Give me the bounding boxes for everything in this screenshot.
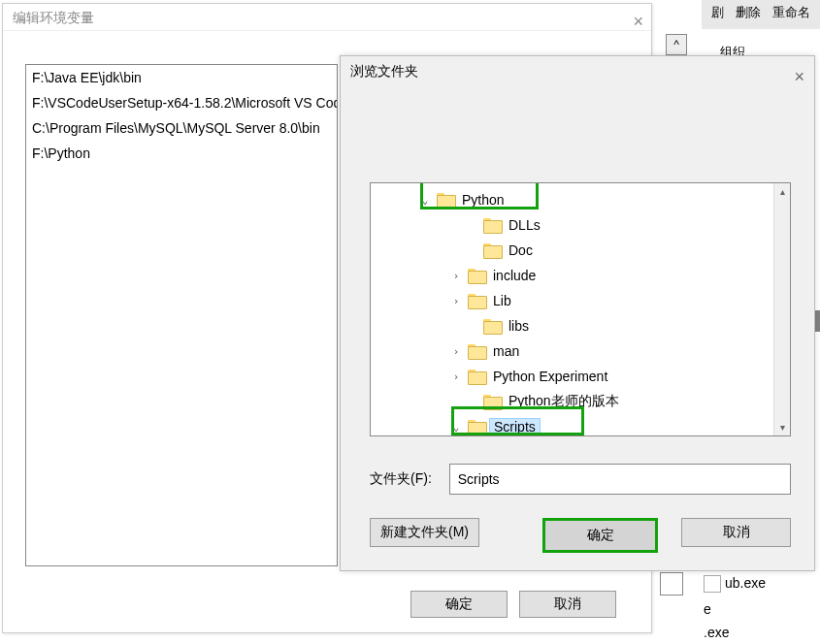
bg-toolbar-item[interactable]: 删除 [736, 4, 761, 25]
list-item[interactable]: F:\Java EE\jdk\bin [26, 65, 337, 90]
env-button-row: 确定 取消 [410, 591, 616, 618]
folder-icon [468, 370, 485, 383]
list-item[interactable]: F:\Python [26, 141, 337, 166]
folder-icon [483, 243, 501, 257]
cancel-button[interactable]: 取消 [519, 591, 616, 618]
chevron-right-icon[interactable]: › [448, 345, 464, 358]
bg-file-row: .exe [704, 625, 729, 640]
tree-label: man [489, 343, 523, 359]
tree-label: include [489, 268, 540, 283]
folder-icon [468, 344, 485, 358]
tree-row[interactable]: ›include [371, 263, 790, 288]
list-item[interactable]: F:\VSCodeUserSetup-x64-1.58.2\Microsoft … [26, 90, 337, 115]
folder-label: 文件夹(F): [370, 470, 432, 488]
tree-label: Lib [489, 293, 515, 308]
browse-folder-dialog: 浏览文件夹 × ⌄PythonDLLsDoc›include›Liblibs›m… [340, 55, 815, 571]
bg-file-row: ub.exe [704, 575, 766, 593]
highlight-ok: 确定 [542, 518, 658, 553]
bg-toolbar-item[interactable]: 剧 [711, 4, 724, 25]
scroll-down-icon[interactable]: ▾ [774, 419, 790, 435]
bg-arrow-button[interactable]: ^ [666, 34, 687, 55]
list-item[interactable]: C:\Program Files\MySQL\MySQL Server 8.0\… [26, 115, 337, 141]
bg-toolbar-item[interactable]: 重命名 [772, 4, 810, 25]
tree-row[interactable]: libs [371, 313, 790, 338]
folder-icon [483, 319, 501, 333]
tree-label: DLLs [505, 217, 544, 233]
new-folder-button[interactable]: 新建文件夹(M) [370, 518, 479, 547]
folder-field-row: 文件夹(F): [370, 464, 791, 495]
browse-title: 浏览文件夹 [350, 63, 418, 79]
env-path-list[interactable]: F:\Java EE\jdk\bin F:\VSCodeUserSetup-x6… [25, 64, 338, 566]
background-toolbar: 剧 删除 重命名 [702, 0, 820, 29]
close-icon[interactable]: × [794, 62, 804, 91]
ok-button[interactable]: 确定 [545, 521, 655, 550]
tree-row[interactable]: ›man [371, 338, 790, 364]
chevron-right-icon[interactable]: › [448, 295, 464, 307]
tree-row[interactable]: ›Python Experiment [371, 364, 790, 389]
env-title: 编辑环境变量 [13, 10, 94, 25]
browse-titlebar: 浏览文件夹 × [341, 56, 814, 85]
file-icon [704, 575, 721, 593]
folder-icon [468, 269, 485, 282]
folder-icon [483, 218, 501, 232]
folder-tree[interactable]: ⌄PythonDLLsDoc›include›Liblibs›man›Pytho… [370, 182, 791, 436]
tree-label: Doc [505, 242, 537, 258]
tree-scrollbar[interactable]: ▴ ▾ [773, 183, 790, 435]
folder-icon [468, 294, 485, 307]
chevron-right-icon[interactable]: › [448, 270, 464, 282]
chevron-right-icon[interactable]: › [448, 370, 464, 383]
highlight-python [420, 182, 539, 209]
scroll-up-icon[interactable]: ▴ [774, 183, 790, 200]
ok-button[interactable]: 确定 [410, 591, 508, 618]
highlight-scripts [451, 406, 584, 435]
cancel-button[interactable]: 取消 [681, 518, 791, 547]
bg-small-button[interactable] [660, 572, 683, 596]
folder-input[interactable] [449, 464, 791, 495]
tree-label: libs [505, 318, 533, 334]
browse-button-row: 新建文件夹(M) 确定 取消 [370, 518, 791, 553]
tree-label: Python Experiment [489, 369, 611, 384]
close-icon[interactable]: × [633, 8, 643, 35]
tree-row[interactable]: Doc [371, 238, 790, 263]
bg-file-row: e [704, 601, 711, 617]
env-titlebar: 编辑环境变量 × [3, 4, 651, 31]
tree-row[interactable]: ›Lib [371, 288, 790, 313]
tree-row[interactable]: DLLs [371, 212, 790, 238]
